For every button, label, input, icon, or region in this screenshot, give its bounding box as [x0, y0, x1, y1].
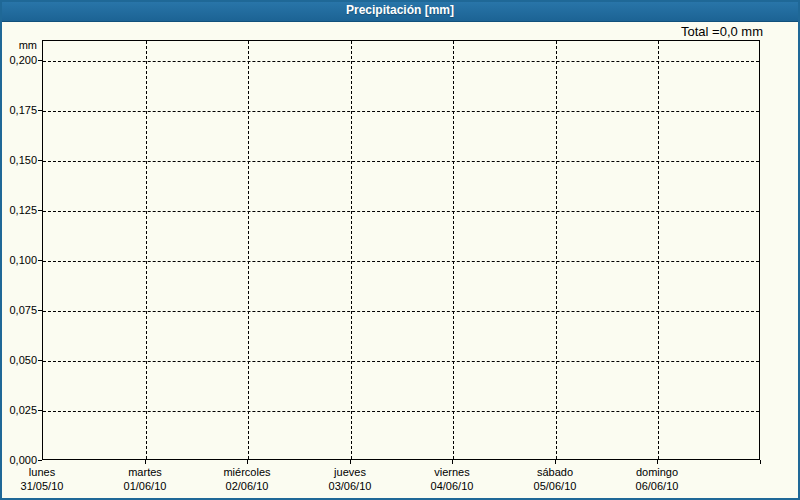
y-tick-label: 0,025 — [0, 403, 37, 417]
x-gridline — [248, 41, 249, 459]
x-label-day: jueves — [300, 466, 400, 479]
y-tick-mark — [38, 60, 42, 61]
x-tick-mark — [247, 460, 248, 464]
y-tick-label: 0,050 — [0, 353, 37, 367]
x-gridline — [351, 41, 352, 459]
x-label-day: sábado — [505, 466, 605, 479]
y-gridline — [43, 361, 759, 362]
y-tick-label: 0,125 — [0, 203, 37, 217]
y-gridline — [43, 211, 759, 212]
y-tick-mark — [38, 260, 42, 261]
x-gridline — [453, 41, 454, 459]
x-label-date: 05/06/10 — [505, 480, 605, 493]
y-tick-label: 0,100 — [0, 253, 37, 267]
x-tick-mark — [350, 460, 351, 464]
x-label-day: viernes — [402, 466, 502, 479]
y-axis-unit-label: mm — [0, 39, 37, 51]
x-label-day: martes — [95, 466, 195, 479]
x-label-date: 01/06/10 — [95, 480, 195, 493]
x-label-day: domingo — [607, 466, 707, 479]
y-gridline — [43, 161, 759, 162]
y-tick-mark — [38, 110, 42, 111]
y-tick-mark — [38, 210, 42, 211]
chart-title-bar: Precipitación [mm] — [0, 0, 800, 22]
y-tick-mark — [38, 410, 42, 411]
x-tick-mark — [657, 460, 658, 464]
x-tick-mark — [145, 460, 146, 464]
y-tick-mark — [38, 160, 42, 161]
y-gridline — [43, 311, 759, 312]
y-gridline — [43, 61, 759, 62]
x-label-day: lunes — [0, 466, 92, 479]
y-tick-label: 0,175 — [0, 103, 37, 117]
x-label-day: miércoles — [197, 466, 297, 479]
precipitation-chart-window: Precipitación [mm] Total =0,0 mm mm 0,20… — [0, 0, 800, 500]
chart-title: Precipitación [mm] — [346, 3, 454, 17]
y-tick-label: 0,000 — [0, 453, 37, 467]
y-tick-mark — [38, 310, 42, 311]
x-label-date: 06/06/10 — [607, 480, 707, 493]
x-gridline — [146, 41, 147, 459]
total-annotation: Total =0,0 mm — [681, 24, 763, 39]
y-tick-mark — [38, 460, 42, 461]
y-tick-mark — [38, 360, 42, 361]
x-tick-mark — [760, 460, 761, 464]
x-label-date: 02/06/10 — [197, 480, 297, 493]
x-gridline — [556, 41, 557, 459]
x-label-date: 03/06/10 — [300, 480, 400, 493]
y-gridline — [43, 261, 759, 262]
y-gridline — [43, 111, 759, 112]
y-tick-label: 0,075 — [0, 303, 37, 317]
x-tick-mark — [452, 460, 453, 464]
y-tick-label: 0,200 — [0, 53, 37, 67]
x-label-date: 31/05/10 — [0, 480, 92, 493]
x-tick-mark — [555, 460, 556, 464]
x-label-date: 04/06/10 — [402, 480, 502, 493]
x-gridline — [658, 41, 659, 459]
y-tick-label: 0,150 — [0, 153, 37, 167]
y-gridline — [43, 411, 759, 412]
plot-area — [42, 40, 760, 460]
